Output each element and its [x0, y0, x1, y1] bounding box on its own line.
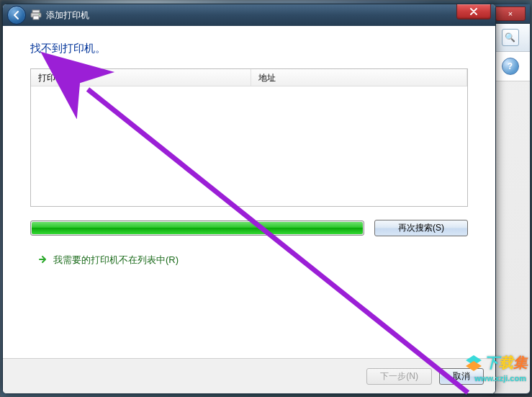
printer-not-listed-link[interactable]: 我需要的打印机不在列表中(R) [30, 254, 468, 267]
back-arrow-icon [12, 10, 22, 20]
close-icon: × [508, 10, 513, 18]
close-icon [469, 8, 478, 15]
watermark-icon [464, 354, 483, 373]
close-button[interactable] [456, 4, 491, 19]
column-printer-name[interactable]: 打印机名称 [31, 69, 251, 86]
next-button: 下一步(N) [366, 368, 432, 385]
watermark-url: www.xzji.com [474, 374, 526, 383]
column-address[interactable]: 地址 [251, 69, 467, 86]
svg-rect-2 [33, 16, 39, 19]
progress-fill [32, 222, 363, 234]
page-heading: 找不到打印机。 [30, 42, 468, 55]
add-printer-dialog: 添加打印机 找不到打印机。 打印机名称 地址 再次搜索(S) [2, 4, 496, 394]
dialog-footer: 下一步(N) 取消 [3, 358, 495, 393]
not-listed-label: 我需要的打印机不在列表中(R) [53, 254, 179, 267]
titlebar: 添加打印机 [3, 4, 495, 26]
printer-icon [30, 9, 42, 21]
help-icon[interactable]: ? [502, 58, 519, 75]
dialog-title: 添加打印机 [46, 9, 456, 22]
printer-list[interactable]: 打印机名称 地址 [30, 68, 468, 207]
svg-point-3 [39, 14, 40, 15]
arrow-right-icon [37, 254, 48, 267]
magnifier-icon: 🔍 [505, 32, 515, 43]
search-again-button[interactable]: 再次搜索(S) [374, 220, 468, 236]
back-button[interactable] [7, 6, 26, 24]
bg-window-close-button[interactable]: × [495, 6, 526, 21]
search-icon-button[interactable]: 🔍 [502, 29, 519, 46]
list-header: 打印机名称 地址 [31, 69, 467, 86]
svg-rect-0 [32, 10, 40, 13]
dialog-content: 找不到打印机。 打印机名称 地址 再次搜索(S) 我需要的打 [3, 26, 495, 358]
watermark: 下载集 [464, 353, 528, 373]
search-progress [30, 220, 364, 236]
